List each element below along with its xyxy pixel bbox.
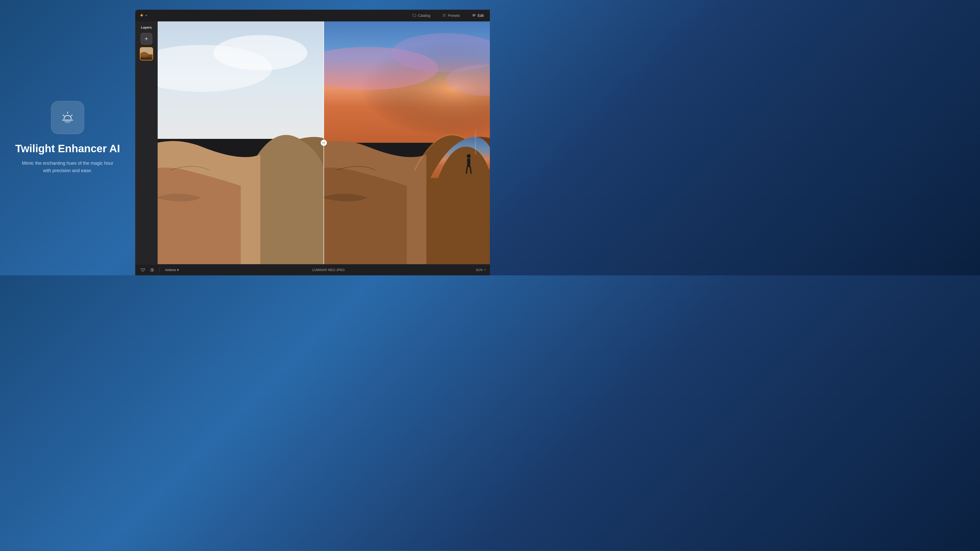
add-layer-button[interactable]: + xyxy=(141,33,152,44)
nav-catalog-label: Catalog xyxy=(418,14,430,17)
app-logo[interactable]: ✦ ▾ xyxy=(139,12,147,19)
svg-point-15 xyxy=(146,54,153,60)
layers-title: Layers xyxy=(141,25,152,29)
favorite-button[interactable] xyxy=(139,267,146,273)
layers-sidebar: Layers + xyxy=(135,21,158,264)
svg-point-9 xyxy=(445,16,445,16)
layer-thumbnail-1[interactable] xyxy=(140,47,153,60)
svg-rect-16 xyxy=(140,57,153,60)
zoom-level: 81% xyxy=(476,268,483,272)
photo-canvas: © Asia Kolisniehenko xyxy=(158,21,490,264)
nav-edit[interactable]: Edit xyxy=(470,13,486,19)
branding-subtitle: Mimic the enchanting hues of the magic h… xyxy=(19,160,116,175)
nav-edit-label: Edit xyxy=(477,14,484,17)
main-content: Layers + xyxy=(135,21,490,264)
svg-point-26 xyxy=(467,154,471,158)
branding-title: Twilight Enhancer AI xyxy=(15,142,120,155)
split-handle[interactable] xyxy=(321,140,327,146)
bottom-right: 81% ▾ xyxy=(476,268,486,272)
svg-point-7 xyxy=(445,14,445,15)
svg-point-6 xyxy=(443,14,444,15)
filename-label: LUMINAR NEO.JPEG xyxy=(312,268,345,272)
svg-line-2 xyxy=(63,115,64,116)
bottom-actions-left: Actions ▾ xyxy=(139,267,181,273)
history-button[interactable] xyxy=(148,267,156,273)
app-window: ✦ ▾ Catalog xyxy=(135,10,490,275)
folder-icon xyxy=(412,14,416,18)
logo-star-icon: ✦ xyxy=(139,12,144,19)
split-divider[interactable] xyxy=(323,21,324,264)
photo-before xyxy=(158,21,324,264)
actions-button[interactable]: Actions ▾ xyxy=(163,267,181,273)
bottom-bar: Actions ▾ LUMINAR NEO.JPEG 81% ▾ xyxy=(135,264,490,275)
twilight-enhancer-icon xyxy=(59,109,76,127)
plus-icon: + xyxy=(145,36,148,42)
actions-label: Actions xyxy=(165,268,176,272)
actions-chevron-icon: ▾ xyxy=(177,268,179,272)
title-bar: ✦ ▾ Catalog xyxy=(135,10,490,21)
zoom-chevron-icon: ▾ xyxy=(484,268,486,272)
svg-line-1 xyxy=(71,115,72,116)
presets-icon xyxy=(442,14,446,18)
svg-point-8 xyxy=(443,16,444,16)
nav-catalog[interactable]: Catalog xyxy=(410,13,432,19)
app-icon-container xyxy=(51,101,84,134)
bottom-divider xyxy=(159,267,159,273)
bottom-center: LUMINAR NEO.JPEG xyxy=(181,268,476,272)
photo-after xyxy=(324,21,490,264)
nav-presets-label: Presets xyxy=(448,14,460,17)
logo-chevron-icon: ▾ xyxy=(145,14,147,17)
main-nav: Catalog Presets xyxy=(410,13,486,19)
edit-icon xyxy=(472,14,476,18)
svg-point-19 xyxy=(213,35,307,70)
branding-area: Twilight Enhancer AI Mimic the enchantin… xyxy=(0,0,135,275)
nav-presets[interactable]: Presets xyxy=(441,13,462,19)
svg-rect-25 xyxy=(467,158,470,167)
